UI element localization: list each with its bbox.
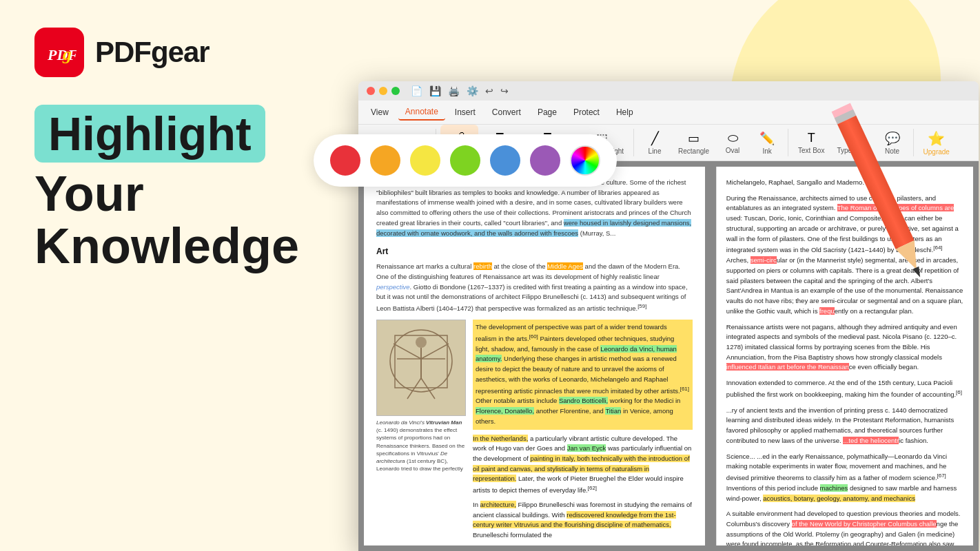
color-blue[interactable] [490, 145, 520, 176]
vitruvian-image [376, 320, 466, 416]
menu-insert[interactable]: Insert [448, 105, 482, 120]
color-red[interactable] [330, 145, 360, 176]
marketing-area: PDF g PDFgear Highlight Your Knowledge [0, 0, 358, 551]
highlight-florence: Florence, Donatello, [476, 407, 534, 415]
highlight-middle-ages: Middle Ages [547, 262, 583, 270]
netherlands-para: In the Netherlands, a particularly vibra… [473, 434, 693, 496]
tagline-your: Your [34, 168, 324, 220]
vitruvian-svg [387, 323, 456, 413]
redo-icon[interactable]: ↪ [500, 85, 509, 96]
right-para-4: Innovation extended to commerce. At the … [726, 378, 963, 400]
architecture-para: In architecture, Filippo Brunelleschi wa… [473, 500, 693, 541]
color-green[interactable] [450, 145, 480, 176]
ink-tool[interactable]: ✏️ Ink [751, 125, 784, 160]
svg-line-7 [407, 378, 421, 399]
svg-line-10 [421, 344, 449, 359]
color-orange[interactable] [370, 145, 400, 176]
menu-bar: View Annotate Insert Convert Page Protec… [358, 101, 979, 125]
minimize-button[interactable] [379, 87, 387, 95]
highlight-badge: Highlight [34, 105, 265, 163]
textbox-label: Text Box [798, 147, 824, 154]
line-icon: ╱ [651, 131, 659, 146]
right-para-5: ...ry of ancient texts and the invention… [726, 406, 963, 446]
right-para-3: Renaissance artists were not pagans, alt… [726, 322, 963, 373]
highlight-van-eyck: Jan van Eyck [567, 444, 606, 452]
svg-text:PDF: PDF [47, 46, 76, 63]
upgrade-label: Upgrade [923, 148, 950, 156]
oval-icon: ⬭ [728, 131, 738, 145]
right-para-6: Science... ...ed in the early Renaissanc… [726, 452, 963, 504]
pdf-page-right: Michelangelo, Raphael, Sangallo and Made… [716, 167, 973, 545]
ink-icon: ✏️ [759, 131, 775, 146]
menu-annotate[interactable]: Annotate [398, 104, 445, 121]
highlight-rebirth: rebirth [473, 262, 492, 270]
highlight-machines-right: machines [820, 484, 848, 492]
color-yellow[interactable] [410, 145, 440, 176]
color-multicolor[interactable] [570, 145, 600, 176]
textbox-icon: T [808, 131, 815, 145]
right-para-7: A suitable environment had developed to … [726, 509, 963, 545]
highlight-italian-art: influenced Italian art before the Renais… [726, 363, 849, 371]
upgrade-icon: ⭐ [928, 130, 945, 147]
highlight-leonardo: Leonardo da Vinci, human anatomy. [476, 345, 677, 363]
highlight-heliocent: ...ted the heliocentr [843, 437, 899, 444]
svg-line-9 [394, 344, 421, 359]
art-section-title: Art [376, 245, 693, 258]
perspective-text: perspective [376, 283, 410, 291]
highlight-titian: Titian [605, 407, 621, 415]
oval-label: Oval [726, 147, 740, 154]
menu-protect[interactable]: Protect [566, 105, 606, 120]
separator-3 [788, 129, 788, 156]
separator-4 [913, 129, 914, 156]
highlight-span-1: were housed in lavishly designed mansion… [376, 219, 691, 237]
art-para: Renaissance art marks a cultural rebirth… [376, 262, 693, 314]
highlight-sciences: acoustics, botany, geology, anatomy, and… [763, 495, 915, 502]
maximize-button[interactable] [391, 87, 400, 95]
highlight-freq: frequ [819, 307, 835, 315]
toolbar-icon-1[interactable]: 📄 [411, 85, 422, 96]
tagline-knowledge: Knowledge [34, 220, 324, 273]
svg-line-8 [421, 378, 435, 399]
oval-tool[interactable]: ⬭ Oval [716, 125, 749, 160]
color-picker-popup [314, 134, 617, 187]
highlight-netherlands: In the Netherlands, [473, 435, 528, 442]
window-title-bar: 📄 💾 🖨️ ⚙️ ↩ ↪ [358, 81, 979, 101]
app-name: PDFgear [95, 36, 210, 69]
image-caption: Leonardo da Vinci's Vitruvian Man (c. 14… [376, 419, 466, 472]
highlight-new-world: of the New World by Christopher Columbus… [792, 520, 937, 528]
highlight-architecture: architecture, [480, 501, 516, 508]
ink-label: Ink [762, 147, 771, 155]
toolbar-icon-3[interactable]: 🖨️ [448, 85, 460, 96]
line-tool[interactable]: ╱ Line [638, 125, 671, 160]
app-logo-icon: PDF g [34, 28, 84, 77]
highlight-rediscovered: rediscovered knowledge from the 1st-cent… [473, 511, 676, 529]
menu-view[interactable]: View [364, 105, 396, 120]
toolbar-icon-4[interactable]: ⚙️ [467, 85, 478, 96]
svg-text:g: g [62, 44, 72, 64]
yellow-highlight-block: The development of perspective was part … [473, 320, 693, 430]
upgrade-tool[interactable]: ⭐ Upgrade [918, 125, 955, 160]
menu-page[interactable]: Page [531, 105, 564, 120]
color-purple[interactable] [530, 145, 560, 176]
highlighted-text-block: The development of perspective was part … [473, 320, 693, 541]
close-button[interactable] [367, 87, 375, 95]
logo-area: PDF g PDFgear [34, 28, 324, 77]
rectangle-label: Rectangle [678, 147, 709, 155]
pencil-point [912, 267, 923, 279]
rectangle-tool[interactable]: ▭ Rectangle [673, 125, 715, 160]
highlight-semi-circ: semi-circ [751, 256, 777, 264]
separator-2 [633, 129, 634, 156]
highlight-label: Highlight [48, 107, 252, 160]
rectangle-icon: ▭ [688, 131, 700, 146]
image-container: Leonardo da Vinci's Vitruvian Man (c. 14… [376, 320, 466, 541]
menu-convert[interactable]: Convert [485, 105, 528, 120]
para-1: These informal associations of intellect… [376, 178, 693, 238]
toolbar-icon-2[interactable]: 💾 [429, 85, 441, 96]
pdf-page-main: These informal associations of intellect… [364, 167, 705, 545]
highlight-painting: painting in Italy, both technically with… [473, 455, 690, 482]
svg-point-4 [416, 337, 427, 348]
art-content-row: Leonardo da Vinci's Vitruvian Man (c. 14… [376, 320, 693, 541]
undo-icon[interactable]: ↩ [485, 85, 493, 96]
menu-help[interactable]: Help [609, 105, 640, 120]
highlight-botticelli: Sandro Botticelli, [559, 397, 608, 404]
